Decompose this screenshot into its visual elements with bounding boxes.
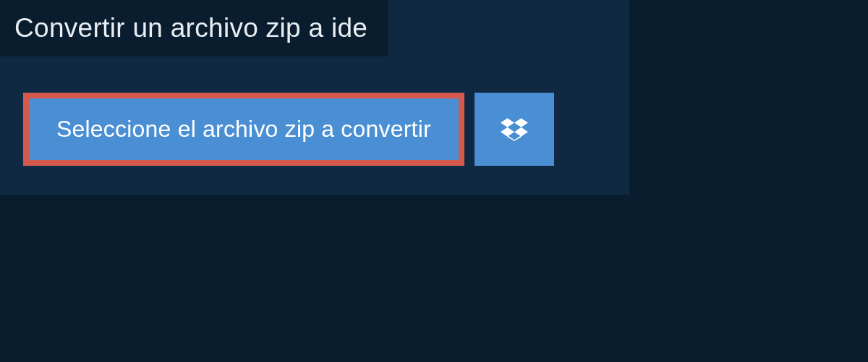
page-title: Convertir un archivo zip a ide (14, 13, 367, 43)
button-row: Seleccione el archivo zip a convertir (0, 56, 629, 166)
select-file-label: Seleccione el archivo zip a convertir (56, 116, 431, 143)
dropbox-icon (501, 116, 528, 143)
select-file-button[interactable]: Seleccione el archivo zip a convertir (23, 93, 464, 166)
converter-panel: Convertir un archivo zip a ide Seleccion… (0, 0, 629, 195)
title-bar: Convertir un archivo zip a ide (0, 0, 388, 56)
dropbox-button[interactable] (475, 93, 554, 166)
